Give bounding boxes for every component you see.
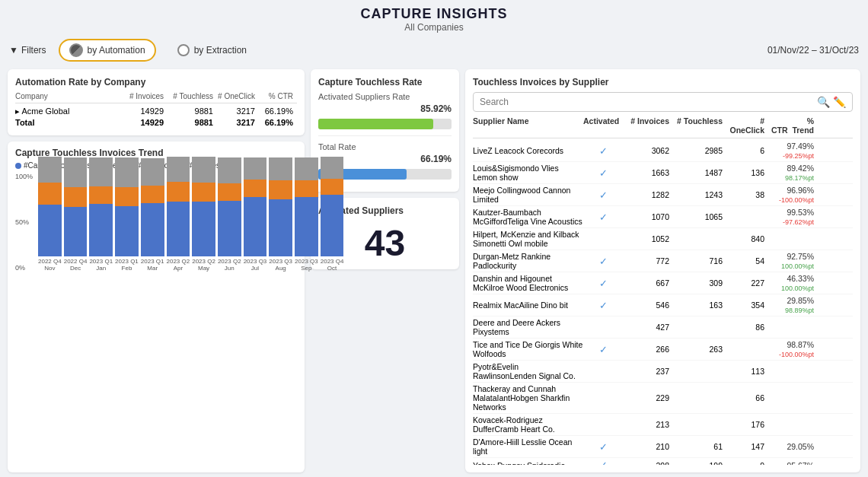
table-row: Hilpert, McKenzie and Kilback Simonetti … <box>473 228 853 250</box>
automation-toggle[interactable]: by Automation <box>59 39 156 62</box>
supplier-table: Supplier Name Activated # Invoices # Tou… <box>473 116 853 465</box>
bar-segment-orange <box>321 179 344 195</box>
bar-label: 2023 Q2May <box>192 258 215 272</box>
bar-segment-orange <box>244 180 267 197</box>
bar-label: 2023 Q4Oct <box>321 258 344 272</box>
bar-label: 2023 Q3Aug <box>269 258 292 272</box>
table-row: Thackeray and Cunnah MalataIantHobgen Sh… <box>473 383 853 414</box>
top-bar: ▼ Filters by Automation by Extraction 01… <box>0 36 868 65</box>
table-row-total: Total 14929 9881 3217 66.19% <box>15 117 297 128</box>
bar-segment-blue <box>167 202 190 256</box>
bar-segment-gray <box>218 157 241 183</box>
bar-label: 2022 Q4Nov <box>38 258 62 272</box>
bar-segment-blue <box>141 203 164 256</box>
bar-segment-orange <box>64 187 88 207</box>
supplier-rows: LiveZ Leacock Corecords ✓ 3062 2985 6 97… <box>473 140 853 465</box>
bar-label: 2022 Q4Dec <box>64 258 88 272</box>
table-row: ▸ Acme Global 14929 9881 3217 66.19% <box>15 106 297 117</box>
table-row: Yabox Dungey Spideradio ✓ 208 199 9 95.6… <box>473 458 853 465</box>
bar-group: 2022 Q4Dec <box>64 157 88 272</box>
table-row: Tice and Tice De Giorgis White Wolfoods … <box>473 339 853 361</box>
bar-segment-gray <box>38 157 62 183</box>
bar-group: 2023 Q2Apr <box>167 157 190 272</box>
bar-segment-orange <box>218 183 241 201</box>
table-row: Realmix MacAiline Dino bit ✓ 546 163 354… <box>473 294 853 316</box>
bar-label: 2023 Q1Feb <box>115 258 139 272</box>
y-axis: 100% 50% 0% <box>15 173 33 272</box>
bar-segment-blue <box>115 206 139 256</box>
date-range: 01/Nov/22 – 31/Oct/23 <box>767 45 859 56</box>
bar-group: 2022 Q4Nov <box>38 157 62 272</box>
automation-rate-card: Automation Rate by Company Company # Inv… <box>8 69 305 135</box>
bar-segment-gray <box>269 157 292 180</box>
bar-segment-blue <box>89 204 113 256</box>
bar-segment-orange <box>115 187 139 206</box>
bar-segment-blue <box>244 197 267 256</box>
bar-segment-gray <box>64 157 88 187</box>
bar-group: 2023 Q1Mar <box>141 158 164 272</box>
bar-segment-orange <box>269 180 292 199</box>
trend-chart-card: Capture Touchless Invoices Trend #Captur… <box>8 142 305 472</box>
search-bar[interactable]: 🔍 ✏️ <box>473 92 853 112</box>
main-content: Automation Rate by Company Company # Inv… <box>0 65 868 477</box>
bar-segment-gray <box>141 158 164 186</box>
activated-suppliers-rate-item: Activated Suppliers Rate 85.92% <box>318 92 452 129</box>
bar-label: 2023 Q1Mar <box>141 258 164 272</box>
capture-touchless-rate-title: Capture Touchless Rate <box>318 77 452 87</box>
table-row: Pyotr&Evelin RawlinsonLenden Signal Co. … <box>473 361 853 383</box>
bar-group: 2023 Q3Aug <box>269 157 292 272</box>
touchless-invoices-panel: Touchless Invoices by Supplier 🔍 ✏️ Supp… <box>465 69 860 472</box>
bar-group: 2023 Q1Feb <box>115 157 139 272</box>
table-row: Kautzer-Baumbach McGiffordTeliga Vine Ac… <box>473 206 853 228</box>
bar-label: 2023 Q3Jul <box>244 258 267 272</box>
bar-group: 2023 Q1Jan <box>89 157 113 272</box>
bar-segment-gray <box>89 157 113 186</box>
bar-group: 2023 Q3Jul <box>244 157 267 272</box>
chart-bars: 2022 Q4Nov2022 Q4Dec2023 Q1Jan2023 Q1Feb… <box>38 173 297 272</box>
chart-area: 100% 50% 0% 2022 Q4Nov2022 Q4Dec2023 Q1J… <box>15 173 297 283</box>
table-row: Durgan-Metz Rankine Padlockurity ✓ 772 7… <box>473 250 853 272</box>
extraction-circle-icon <box>177 44 190 56</box>
bar-segment-blue <box>295 197 318 256</box>
table-row: Meejo Collingwood Cannon Limited ✓ 1282 … <box>473 184 853 206</box>
activated-suppliers-progress-fill <box>318 119 433 129</box>
bar-label: 2023 Q3Sep <box>295 258 318 272</box>
automation-circle-icon <box>69 43 83 57</box>
legend-dot-blue <box>15 163 21 169</box>
bar-group: 2023 Q2May <box>192 157 215 272</box>
filter-icon: ▼ <box>9 45 18 56</box>
activated-suppliers-progress-bg <box>318 119 452 129</box>
bar-segment-blue <box>218 201 241 256</box>
supplier-table-header: Supplier Name Activated # Invoices # Tou… <box>473 116 853 138</box>
bar-segment-gray <box>167 157 190 182</box>
touchless-invoices-title: Touchless Invoices by Supplier <box>473 77 853 87</box>
bar-segment-gray <box>115 157 139 187</box>
table-row: Kovacek-Rodriguez DufferCramb Heart Co. … <box>473 414 853 436</box>
bar-segment-blue <box>38 205 62 256</box>
search-input[interactable] <box>480 97 817 107</box>
table-row: D'Amore-Hiill Lesslie Ocean light ✓ 210 … <box>473 436 853 458</box>
bar-label: 2023 Q1Jan <box>89 258 113 272</box>
bar-segment-blue <box>64 207 88 256</box>
left-panel: Automation Rate by Company Company # Inv… <box>8 69 305 472</box>
table-row: Danshin and Higounet McKilroe Wood Elect… <box>473 272 853 294</box>
automation-rate-title: Automation Rate by Company <box>15 77 297 87</box>
extraction-toggle[interactable]: by Extraction <box>168 41 256 59</box>
bar-group: 2023 Q4Oct <box>321 157 344 272</box>
bar-group: 2023 Q2Jun <box>218 157 241 272</box>
bar-segment-orange <box>167 182 190 202</box>
automation-rate-table-header: Company # Invoices # Touchless # OneClic… <box>15 92 297 103</box>
bar-segment-blue <box>269 199 292 256</box>
bar-segment-orange <box>141 186 164 203</box>
table-row: Deere and Deere Ackers Pixystems 427 86 <box>473 316 853 339</box>
search-icon: 🔍 <box>817 96 830 108</box>
page-header: CAPTURE INSIGHTS All Companies <box>0 0 868 36</box>
bar-label: 2023 Q2Jun <box>218 258 241 272</box>
filters-button[interactable]: ▼ Filters <box>9 45 46 56</box>
bar-segment-gray <box>192 157 215 183</box>
bar-segment-orange <box>38 183 62 205</box>
table-row: LiveZ Leacock Corecords ✓ 3062 2985 6 97… <box>473 140 853 162</box>
bar-segment-gray <box>295 157 318 180</box>
edit-icon: ✏️ <box>833 96 846 108</box>
bar-segment-orange <box>192 183 215 202</box>
